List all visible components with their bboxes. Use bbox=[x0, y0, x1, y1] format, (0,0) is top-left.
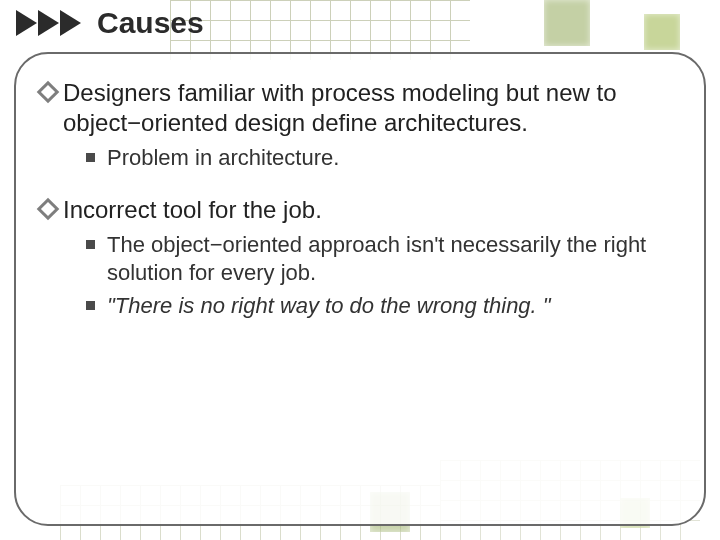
list-item-text: "There is no right way to do the wrong t… bbox=[107, 292, 551, 321]
list-item: The object−oriented approach isn't neces… bbox=[86, 231, 680, 288]
list-item-text: Designers familiar with process modeling… bbox=[63, 78, 680, 138]
arrow-bullets-icon bbox=[16, 10, 81, 36]
list-item: Incorrect tool for the job. bbox=[40, 195, 680, 225]
list-item-text: The object−oriented approach isn't neces… bbox=[107, 231, 680, 288]
sublist: Problem in architecture. bbox=[86, 144, 680, 173]
slide-title: Causes bbox=[97, 6, 204, 40]
title-row: Causes bbox=[14, 6, 204, 40]
slide-content: Designers familiar with process modeling… bbox=[40, 78, 680, 342]
sublist: The object−oriented approach isn't neces… bbox=[86, 231, 680, 321]
diamond-bullet-icon bbox=[40, 84, 56, 100]
list-item-text: Problem in architecture. bbox=[107, 144, 339, 173]
diamond-bullet-icon bbox=[40, 201, 56, 217]
square-bullet-icon bbox=[86, 240, 95, 249]
square-bullet-icon bbox=[86, 153, 95, 162]
list-item: Problem in architecture. bbox=[86, 144, 680, 173]
list-item: "There is no right way to do the wrong t… bbox=[86, 292, 680, 321]
square-bullet-icon bbox=[86, 301, 95, 310]
list-item: Designers familiar with process modeling… bbox=[40, 78, 680, 138]
list-item-text: Incorrect tool for the job. bbox=[63, 195, 322, 225]
